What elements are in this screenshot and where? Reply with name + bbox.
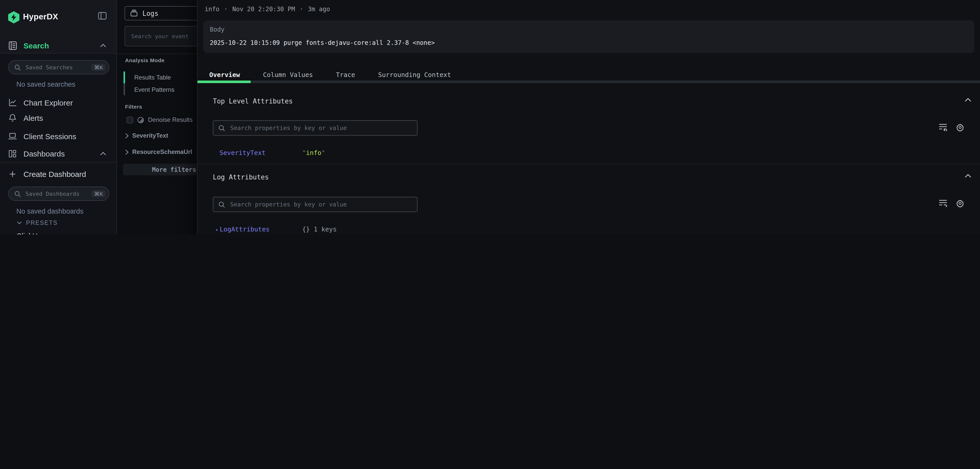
chevron-right-icon [125, 133, 129, 138]
detail-tabs: Overview Column Values Trace Surrounding… [209, 71, 451, 79]
denoise-label: Denoise Results [148, 116, 192, 124]
sidebar: HyperDX Search ⌘K No saved searches [0, 0, 117, 234]
tab-column-values[interactable]: Column Values [263, 71, 313, 79]
saved-searches-search[interactable]: ⌘K [8, 60, 109, 74]
sidebar-item-label: Chart Explorer [24, 98, 73, 107]
analysis-mode-label: Analysis Mode [125, 57, 165, 63]
laptop-icon [8, 133, 17, 140]
filters-label: Filters [125, 103, 142, 109]
search-config-panel: Logs Analysis Mode Results Table Event P… [118, 0, 197, 234]
denoise-results-toggle[interactable]: Denoise Results [127, 116, 192, 124]
event-search-input[interactable] [130, 27, 197, 46]
tab-trace[interactable]: Trace [336, 71, 355, 79]
saved-dashboards-input[interactable] [24, 190, 88, 198]
dashboard-icon [8, 150, 17, 157]
log-attributes-search-box[interactable] [213, 197, 417, 212]
shortcut-badge: ⌘K [92, 190, 106, 198]
logs-source-icon [130, 10, 138, 17]
log-attributes-title: Log Attributes [213, 173, 269, 181]
top-level-search-box[interactable] [213, 120, 417, 136]
mode-track [124, 84, 125, 95]
gear-icon[interactable] [956, 124, 964, 132]
sidebar-item-dashboards[interactable]: Dashboards [0, 147, 116, 160]
preset-clickhouse[interactable]: ClickHouse [16, 232, 54, 234]
wrap-lines-icon[interactable] [939, 199, 947, 208]
presets-header[interactable]: PRESETS [17, 220, 58, 226]
search-icon [218, 125, 225, 131]
saved-dashboards-search[interactable]: ⌘K [8, 187, 109, 201]
triangle-down-icon: ▾ [215, 227, 218, 233]
bell-icon [8, 114, 17, 122]
filter-group-resourceschemaurl[interactable]: ResourceSchemaUrl [125, 148, 192, 155]
sidebar-item-alerts[interactable]: Alerts [0, 111, 116, 124]
chevron-right-icon [125, 149, 129, 155]
top-level-attributes-title: Top Level Attributes [213, 97, 293, 105]
sidebar-item-client-sessions[interactable]: Client Sessions [0, 130, 116, 143]
divider [197, 164, 980, 164]
tab-overview[interactable]: Overview [209, 71, 240, 79]
search-icon [218, 201, 225, 208]
source-select-value: Logs [142, 10, 159, 17]
log-attributes-actions [939, 199, 964, 208]
app-title: HyperDX [23, 12, 58, 21]
checkbox-icon[interactable] [127, 116, 133, 123]
top-level-search-input[interactable] [229, 124, 412, 132]
chevron-down-icon [17, 221, 22, 224]
filter-group-severitytext[interactable]: SeverityText [125, 132, 168, 139]
log-detail-panel: info · Nov 20 2:20:30 PM · 3m ago Body 2… [197, 0, 980, 234]
top-level-actions [939, 124, 964, 132]
sidebar-item-label: Dashboards [24, 149, 65, 158]
body-label: Body [210, 26, 968, 33]
attribute-meta: {} 1 keys [302, 225, 337, 233]
tab-surrounding-context[interactable]: Surrounding Context [378, 71, 451, 79]
sidebar-item-chart-explorer[interactable]: Chart Explorer [0, 96, 116, 109]
log-timestamp: Nov 20 2:20:30 PM [232, 6, 295, 13]
filter-group-label: SeverityText [132, 132, 168, 139]
more-filters-button[interactable]: More filters [123, 164, 197, 175]
gear-icon[interactable] [956, 199, 964, 208]
search-nav-icon [8, 41, 17, 50]
mode-event-patterns[interactable]: Event Patterns [134, 86, 174, 93]
divider [0, 162, 116, 163]
source-select[interactable]: Logs [124, 6, 197, 21]
chevron-up-icon[interactable] [965, 98, 971, 102]
body-text: 2025-10-22 10:15:09 purge fonts-dejavu-c… [210, 39, 968, 46]
sidebar-item-search[interactable]: Search [0, 39, 116, 52]
attribute-key[interactable]: SeverityText [220, 149, 266, 157]
sidebar-item-label: Alerts [24, 113, 43, 122]
log-age: 3m ago [308, 6, 330, 13]
tab-underline-track [197, 81, 980, 83]
search-icon [14, 64, 21, 71]
no-saved-dashboards-text: No saved dashboards [16, 208, 83, 215]
saved-searches-input[interactable] [24, 63, 88, 71]
divider [0, 53, 116, 54]
chevron-up-icon[interactable] [100, 44, 106, 47]
search-icon [14, 190, 21, 197]
wrap-lines-icon[interactable] [939, 124, 947, 132]
no-saved-searches-text: No saved searches [16, 81, 75, 88]
app-window: HyperDX Search ⌘K No saved searches [0, 0, 980, 234]
attribute-tree-root[interactable]: ▾LogAttributes [215, 225, 270, 233]
log-header: info · Nov 20 2:20:30 PM · 3m ago [205, 6, 330, 13]
divider [118, 54, 197, 54]
sidebar-header: HyperDX Search [0, 0, 116, 53]
chevron-up-icon[interactable] [100, 152, 106, 155]
shortcut-badge: ⌘K [92, 64, 106, 71]
attribute-key: LogAttributes [220, 225, 270, 233]
log-attributes-search-input[interactable] [229, 200, 412, 209]
sidebar-collapse-icon[interactable] [98, 12, 107, 20]
denoise-icon [137, 116, 144, 123]
attribute-value[interactable]: info [302, 149, 325, 157]
separator: · [224, 6, 228, 13]
chevron-up-icon[interactable] [965, 174, 971, 178]
create-dashboard-button[interactable]: Create Dashboard [0, 167, 116, 181]
active-tab-underline [197, 81, 251, 83]
filter-group-label: ResourceSchemaUrl [132, 148, 192, 155]
event-search-box[interactable] [124, 26, 197, 46]
active-mode-indicator [124, 71, 125, 84]
hyperdx-logo-icon [8, 11, 19, 24]
mode-results-table[interactable]: Results Table [134, 74, 171, 81]
presets-label: PRESETS [26, 220, 58, 226]
severity-level: info [205, 6, 220, 13]
create-dashboard-label: Create Dashboard [24, 170, 86, 178]
